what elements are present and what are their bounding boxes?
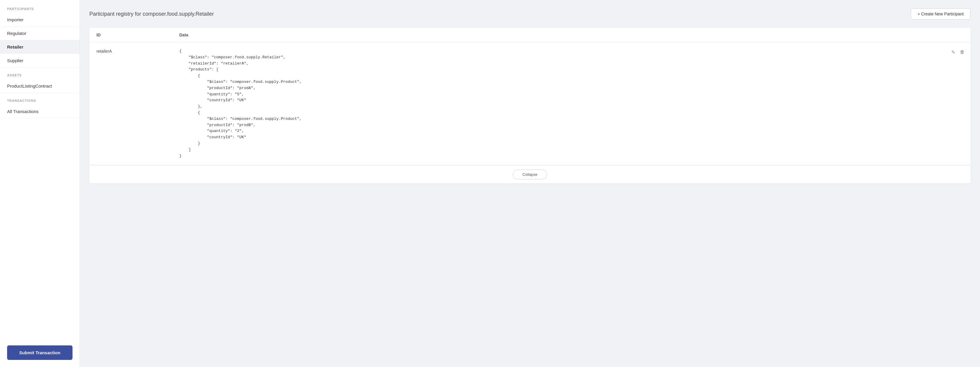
create-new-participant-button[interactable]: + Create New Participant	[911, 8, 970, 19]
cell-data-pre: { "$class": "composer.food.supply.Retail…	[179, 48, 963, 159]
sidebar-item-all-transactions[interactable]: All Transactions	[0, 105, 80, 118]
table-header: ID Data	[89, 28, 970, 42]
participants-section-label: PARTICIPANTS	[0, 7, 80, 13]
collapse-btn-row: Collapse	[89, 165, 970, 184]
col-header-data: Data	[172, 28, 970, 42]
col-header-id: ID	[89, 28, 172, 42]
sidebar: PARTICIPANTS Importer Regulator Retailer…	[0, 0, 80, 367]
sidebar-item-regulator[interactable]: Regulator	[0, 27, 80, 40]
cell-id: retailerA	[89, 42, 172, 165]
collapse-button[interactable]: Collapse	[513, 169, 547, 179]
edit-icon[interactable]: ✎	[950, 48, 956, 56]
sidebar-item-retailer[interactable]: Retailer	[0, 40, 80, 54]
main-header: Participant registry for composer.food.s…	[89, 8, 970, 19]
cell-data: { "$class": "composer.food.supply.Retail…	[172, 42, 970, 165]
row-actions: ✎ 🗑	[950, 48, 966, 56]
page-title: Participant registry for composer.food.s…	[89, 11, 214, 17]
participant-table: ID Data retailerA { "$class": "composer.…	[89, 28, 970, 184]
delete-icon[interactable]: 🗑	[959, 48, 966, 56]
table-row: retailerA { "$class": "composer.food.sup…	[89, 42, 970, 165]
sidebar-item-importer[interactable]: Importer	[0, 13, 80, 27]
submit-transaction-button[interactable]: Submit Transaction	[7, 345, 73, 360]
transactions-section-label: TRANSACTIONS	[0, 99, 80, 105]
assets-section-label: ASSETS	[0, 73, 80, 79]
main-content: Participant registry for composer.food.s…	[80, 0, 980, 367]
sidebar-item-supplier[interactable]: Supplier	[0, 54, 80, 67]
sidebar-item-productlistingcontract[interactable]: ProductListingContract	[0, 79, 80, 93]
sidebar-bottom: Submit Transaction	[0, 338, 80, 367]
